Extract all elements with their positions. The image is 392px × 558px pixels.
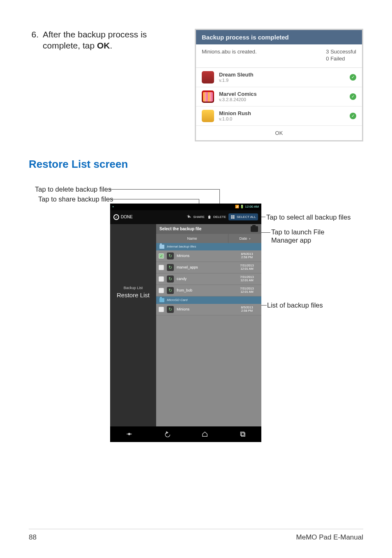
callout-fm-line2: Manager app bbox=[271, 236, 311, 244]
share-label: SHARE bbox=[193, 215, 205, 219]
file-name: candy bbox=[177, 277, 232, 281]
battery-icon: 🔋 bbox=[240, 205, 244, 208]
dialog-title: Backup process is completed bbox=[196, 30, 362, 44]
nav-dash-icon[interactable] bbox=[126, 431, 133, 438]
file-date: 7/31/201312:01 AM bbox=[235, 264, 259, 271]
trash-icon bbox=[207, 215, 212, 219]
app-version: v.1.0.0 bbox=[219, 116, 251, 121]
app-name: Minion Rush bbox=[219, 110, 251, 116]
delete-button[interactable]: DELETE bbox=[207, 215, 226, 219]
checkbox[interactable] bbox=[159, 265, 164, 270]
backup-file-row[interactable]: from_bob 7/31/201312:01 AM bbox=[156, 285, 261, 296]
created-label: Minions.abu is created. bbox=[202, 49, 257, 63]
backup-file-row[interactable]: marvel_apps 7/31/201312:01 AM bbox=[156, 262, 261, 273]
sidebar-backup-list[interactable]: Backup List bbox=[110, 286, 156, 290]
main-panel: Select the backup file Name Date Interna… bbox=[156, 224, 261, 426]
success-count: 3 Successful bbox=[326, 49, 356, 56]
folder-icon bbox=[159, 298, 164, 302]
file-manager-button[interactable] bbox=[251, 226, 258, 232]
step-number: 6. bbox=[29, 29, 39, 51]
callout-selectall: Tap to select all backup files bbox=[266, 213, 350, 221]
instruction-step: 6. After the backup process is complete,… bbox=[29, 29, 185, 51]
app-version: v.3.2.8.24200 bbox=[219, 97, 257, 102]
svg-rect-2 bbox=[241, 433, 245, 437]
restore-list-screenshot: ▪ 📶 🔋 12:00 AM DONE SHARE DELETE bbox=[110, 204, 261, 442]
failed-count: 0 Failed bbox=[326, 56, 356, 63]
toolbar: DONE SHARE DELETE SELECT ALL bbox=[110, 210, 261, 224]
file-date: 8/5/20132:58 PM bbox=[235, 252, 259, 259]
checkbox[interactable] bbox=[159, 307, 164, 312]
group-sd-label: MicroSD Card bbox=[167, 298, 187, 302]
nav-back-icon[interactable] bbox=[164, 431, 171, 438]
backup-file-row[interactable]: Minions 8/5/20132:58 PM bbox=[156, 250, 261, 262]
book-title: MeMO Pad E-Manual bbox=[296, 533, 363, 542]
backup-file-icon bbox=[167, 287, 174, 294]
backup-file-icon bbox=[167, 252, 174, 259]
checkbox[interactable] bbox=[159, 276, 164, 282]
svg-rect-1 bbox=[240, 432, 244, 436]
nav-recent-icon[interactable] bbox=[239, 431, 246, 438]
checkbox[interactable] bbox=[159, 253, 164, 259]
backup-file-row[interactable]: candy 7/31/201312:01 AM bbox=[156, 273, 261, 285]
app-icon bbox=[202, 71, 214, 83]
callout-listfiles: List of backup files bbox=[267, 301, 323, 309]
done-label: DONE bbox=[121, 215, 133, 219]
callout-delete: Tap to delete backup files bbox=[35, 185, 111, 193]
sidebar-restore-list[interactable]: Restore List bbox=[110, 292, 156, 299]
step-text-c: . bbox=[110, 41, 112, 50]
backup-file-icon bbox=[167, 264, 174, 271]
app-name: Marvel Comics bbox=[219, 91, 257, 97]
app-row: Marvel Comics v.3.2.8.24200 bbox=[196, 87, 362, 107]
select-header: Select the backup file bbox=[159, 227, 201, 231]
file-name: Minions bbox=[177, 254, 232, 258]
status-left-icon: ▪ bbox=[113, 205, 114, 208]
file-date: 8/5/20132:58 PM bbox=[235, 306, 259, 313]
backup-file-row[interactable]: Minions 8/5/20132:58 PM bbox=[156, 304, 261, 315]
backup-file-icon bbox=[167, 306, 174, 313]
checkmark-icon bbox=[113, 214, 119, 220]
done-button[interactable]: DONE bbox=[113, 214, 133, 220]
app-name: Dream Sleuth bbox=[219, 72, 254, 78]
wifi-icon: 📶 bbox=[235, 205, 239, 208]
status-bar: ▪ 📶 🔋 12:00 AM bbox=[110, 204, 261, 210]
group-internal-label: Internal backup files bbox=[167, 245, 196, 248]
sidebar: Backup List Restore List bbox=[110, 224, 156, 426]
file-date: 7/31/201312:01 AM bbox=[235, 287, 259, 294]
app-version: v.1.9 bbox=[219, 78, 254, 83]
delete-label: DELETE bbox=[213, 215, 226, 219]
group-internal: Internal backup files bbox=[156, 243, 261, 250]
file-name: Minions bbox=[177, 307, 232, 311]
step-text-bold: OK bbox=[97, 41, 110, 50]
backup-complete-screenshot: Backup process is completed Minions.abu … bbox=[195, 29, 363, 141]
backup-file-icon bbox=[167, 276, 174, 282]
callout-share: Tap to share backup files bbox=[38, 195, 113, 203]
status-time: 12:00 AM bbox=[245, 205, 259, 208]
success-check-icon bbox=[350, 93, 356, 100]
select-all-button[interactable]: SELECT ALL bbox=[228, 213, 258, 220]
group-sd: MicroSD Card bbox=[156, 296, 261, 304]
nav-home-icon[interactable] bbox=[201, 431, 208, 438]
success-check-icon bbox=[350, 113, 356, 119]
app-row: Minion Rush v.1.0.0 bbox=[196, 107, 362, 126]
file-name: marvel_apps bbox=[177, 265, 232, 269]
page-number: 88 bbox=[29, 533, 37, 542]
column-name[interactable]: Name bbox=[156, 234, 228, 243]
share-icon bbox=[187, 215, 191, 219]
nav-bar bbox=[110, 426, 261, 442]
grid-icon bbox=[231, 215, 235, 219]
share-button[interactable]: SHARE bbox=[187, 215, 205, 219]
app-icon bbox=[202, 90, 214, 103]
app-icon bbox=[202, 110, 214, 122]
folder-icon bbox=[159, 245, 164, 249]
checkbox[interactable] bbox=[159, 288, 164, 293]
file-date: 7/31/201312:01 AM bbox=[235, 276, 259, 282]
step-text: After the backup process is complete, ta… bbox=[43, 29, 185, 51]
callout-fm-line1: Tap to launch File bbox=[271, 228, 324, 236]
column-date[interactable]: Date bbox=[228, 234, 261, 243]
section-heading: Restore List screen bbox=[29, 158, 363, 171]
select-all-label: SELECT ALL bbox=[237, 215, 256, 219]
ok-button[interactable]: OK bbox=[196, 126, 362, 140]
file-name: from_bob bbox=[177, 288, 232, 292]
step-text-a: After the backup process is complete, ta… bbox=[43, 30, 147, 50]
svg-point-0 bbox=[128, 433, 130, 435]
